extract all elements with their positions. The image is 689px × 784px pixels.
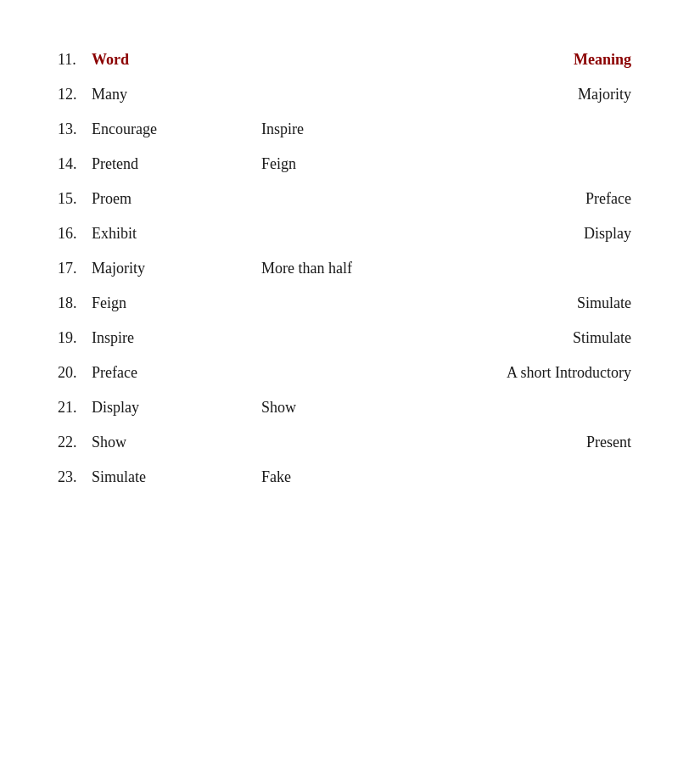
row-word: Pretend: [85, 147, 255, 182]
table-row: 15.ProemPreface: [51, 182, 638, 216]
row-word: Inspire: [85, 321, 255, 356]
row-number: 17.: [51, 251, 85, 286]
table-row: 23.SimulateFake: [51, 460, 638, 495]
row-word: Proem: [85, 182, 255, 216]
row-meaning: Simulate: [255, 286, 638, 321]
table-row: 17.MajorityMore than half: [51, 251, 638, 286]
row-meaning: Inspire: [255, 112, 638, 147]
row-number: 19.: [51, 321, 85, 356]
row-number: 18.: [51, 286, 85, 321]
row-word: Majority: [85, 251, 255, 286]
row-number: 22.: [51, 425, 85, 460]
row-meaning: Present: [255, 425, 638, 460]
header-number: 11.: [51, 42, 85, 77]
row-number: 21.: [51, 390, 85, 425]
table-row: 20.PrefaceA short Introductory: [51, 356, 638, 390]
row-number: 23.: [51, 460, 85, 495]
table-row: 22.ShowPresent: [51, 425, 638, 460]
row-meaning: Fake: [255, 460, 638, 495]
header-word-label: Word: [85, 42, 255, 77]
row-meaning: Feign: [255, 147, 638, 182]
row-meaning: Preface: [255, 182, 638, 216]
row-meaning: Stimulate: [255, 321, 638, 356]
table-row: 16.ExhibitDisplay: [51, 216, 638, 251]
row-word: Display: [85, 390, 255, 425]
table-row: 19.InspireStimulate: [51, 321, 638, 356]
row-meaning: A short Introductory: [255, 356, 638, 390]
row-meaning: More than half: [255, 251, 638, 286]
table-row: 12.ManyMajority: [51, 77, 638, 112]
row-word: Preface: [85, 356, 255, 390]
header-meaning-label: Meaning: [255, 42, 638, 77]
row-word: Many: [85, 77, 255, 112]
row-word: Show: [85, 425, 255, 460]
row-meaning: Show: [255, 390, 638, 425]
row-word: Simulate: [85, 460, 255, 495]
header-row: 11. Word Meaning: [51, 42, 638, 77]
row-meaning: Majority: [255, 77, 638, 112]
table-row: 14.PretendFeign: [51, 147, 638, 182]
vocabulary-table: 11. Word Meaning 12.ManyMajority13.Encou…: [51, 42, 638, 495]
table-row: 13.EncourageInspire: [51, 112, 638, 147]
row-word: Feign: [85, 286, 255, 321]
row-number: 14.: [51, 147, 85, 182]
row-number: 12.: [51, 77, 85, 112]
table-row: 21.DisplayShow: [51, 390, 638, 425]
row-word: Exhibit: [85, 216, 255, 251]
row-word: Encourage: [85, 112, 255, 147]
row-number: 13.: [51, 112, 85, 147]
table-row: 18.FeignSimulate: [51, 286, 638, 321]
row-number: 15.: [51, 182, 85, 216]
row-number: 16.: [51, 216, 85, 251]
row-meaning: Display: [255, 216, 638, 251]
row-number: 20.: [51, 356, 85, 390]
